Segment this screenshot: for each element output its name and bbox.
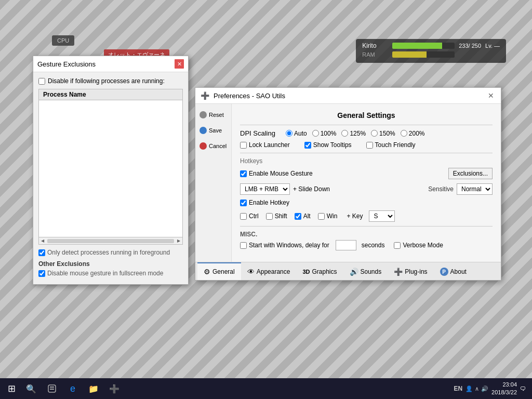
exclusions-button[interactable]: Exclusions...	[448, 168, 493, 179]
taskbar-lang: EN	[454, 385, 462, 392]
enable-hotkey-checkbox[interactable]	[240, 200, 247, 206]
prefs-cancel-button[interactable]: Cancel	[197, 139, 229, 153]
taskbar-extra-icon[interactable]: ➕	[105, 379, 124, 398]
svg-rect-1	[50, 387, 54, 388]
taskbar-ie-icon[interactable]: e	[63, 379, 82, 398]
prefs-body: Reset Save Cancel General Settings DPI S…	[195, 104, 501, 262]
general-tab-label: General	[212, 268, 235, 275]
reset-icon	[200, 111, 207, 118]
foreground-label[interactable]: Only detect processes running in foregro…	[38, 249, 183, 256]
dpi-200-option[interactable]: 200%	[401, 130, 425, 137]
shift-option[interactable]: Shift	[266, 212, 287, 220]
dpi-auto-radio[interactable]	[286, 130, 292, 137]
desktop: Kirito 233/ 250 Lv. — RAM CPU オレット・エヴァーネ…	[0, 0, 532, 399]
tray-speaker-icon[interactable]: 🔊	[481, 385, 488, 392]
lmb-rmb-dropdown[interactable]: LMB + RMB	[240, 183, 290, 195]
dpi-100-radio[interactable]	[312, 130, 319, 137]
taskbar-cortana-icon[interactable]	[43, 379, 61, 398]
start-windows-option[interactable]: Start with Windows, delay for	[240, 242, 329, 249]
start-windows-checkbox[interactable]	[240, 242, 247, 249]
hud-hp-text: 233/ 250	[459, 43, 481, 49]
divider-3	[240, 226, 493, 227]
appearance-tab-icon: 👁	[247, 268, 255, 276]
taskbar-right: EN 👤 ∧ 🔊 23:04 2018/3/22 🗨	[454, 381, 530, 397]
prefs-tabs: ⚙ General 👁 Appearance 3D Graphics 🔊 Sou…	[195, 262, 501, 280]
dpi-100-option[interactable]: 100%	[312, 130, 337, 137]
graphics-tab-label: Graphics	[312, 268, 337, 275]
tab-appearance[interactable]: 👁 Appearance	[241, 262, 297, 280]
prefs-main: General Settings DPI Scaling Auto 100%	[232, 104, 501, 262]
verbose-mode-option[interactable]: Verbose Mode	[394, 242, 443, 249]
tab-general[interactable]: ⚙ General	[197, 262, 241, 280]
hud-ram-label: RAM	[362, 51, 388, 58]
lock-launcher-option[interactable]: Lock Launcher	[240, 141, 290, 149]
dpi-125-option[interactable]: 125%	[341, 130, 366, 137]
foreground-checkbox[interactable]	[38, 249, 45, 256]
divider-1	[240, 125, 493, 125]
prefs-close-button[interactable]: ✕	[486, 91, 496, 100]
fullscreen-checkbox[interactable]	[38, 270, 45, 277]
scroll-thumb-h[interactable]	[47, 239, 174, 243]
fullscreen-label[interactable]: Disable mouse gesture in fullscreen mode	[38, 270, 183, 277]
gesture-dialog-close-button[interactable]: ✕	[175, 59, 184, 69]
taskbar-search-icon[interactable]: 🔍	[22, 379, 41, 398]
tab-graphics[interactable]: 3D Graphics	[296, 263, 343, 280]
taskbar-clock: 23:04 2018/3/22	[491, 381, 517, 397]
dpi-200-radio[interactable]	[401, 130, 407, 137]
about-tab-icon: P	[440, 268, 448, 276]
key-dropdown[interactable]: S A B	[369, 210, 395, 222]
alt-option[interactable]: Alt	[295, 212, 311, 220]
alt-checkbox[interactable]	[295, 213, 301, 220]
shift-checkbox[interactable]	[266, 213, 273, 220]
tray-chevron-icon[interactable]: ∧	[475, 385, 479, 392]
prefs-section-title: General Settings	[240, 111, 493, 119]
touch-friendly-checkbox[interactable]	[366, 142, 373, 149]
show-tooltips-checkbox[interactable]	[304, 142, 311, 149]
taskbar-tray: 👤 ∧ 🔊	[466, 385, 488, 392]
ctrl-checkbox[interactable]	[240, 213, 247, 220]
process-scrollbar-horizontal[interactable]: ◀ ▶	[39, 237, 182, 244]
gesture-dialog-title: Gesture Exclusions	[37, 60, 96, 68]
about-tab-label: About	[450, 268, 467, 275]
sounds-tab-label: Sounds	[361, 268, 382, 275]
win-checkbox[interactable]	[318, 213, 325, 220]
dpi-auto-option[interactable]: Auto	[286, 130, 307, 137]
dpi-150-option[interactable]: 150%	[371, 130, 395, 137]
tray-person-icon: 👤	[466, 385, 473, 392]
sensitive-dropdown[interactable]: Normal Low High	[457, 183, 493, 195]
hud-level: Lv. —	[485, 43, 500, 49]
notification-icon[interactable]: 🗨	[520, 385, 526, 392]
dpi-125-radio[interactable]	[341, 130, 348, 137]
misc-heading: MISC.	[240, 231, 493, 238]
lock-launcher-checkbox[interactable]	[240, 142, 247, 149]
prefs-reset-button[interactable]: Reset	[197, 108, 229, 122]
touch-friendly-option[interactable]: Touch Friendly	[366, 141, 416, 149]
sounds-tab-icon: 🔊	[350, 268, 358, 276]
general-tab-icon: ⚙	[204, 268, 210, 276]
delay-input[interactable]: 0	[336, 240, 356, 250]
scroll-right-arrow[interactable]: ▶	[175, 237, 182, 245]
tab-plugins[interactable]: ➕ Plug-ins	[388, 262, 433, 280]
start-button[interactable]: ⊞	[2, 379, 21, 398]
dpi-150-radio[interactable]	[371, 130, 378, 137]
dpi-scaling-row: DPI Scaling Auto 100% 125%	[240, 129, 493, 137]
disable-processes-checkbox[interactable]	[38, 78, 45, 85]
enable-gesture-option[interactable]: Enable Mouse Gesture	[240, 170, 313, 177]
prefs-save-button[interactable]: Save	[197, 124, 229, 137]
enable-hotkey-option[interactable]: Enable Hotkey	[240, 199, 289, 206]
disable-processes-label[interactable]: Disable if following processes are runni…	[38, 77, 183, 85]
tab-sounds[interactable]: 🔊 Sounds	[343, 262, 388, 280]
process-list-header: Process Name	[39, 89, 182, 100]
enable-gesture-checkbox[interactable]	[240, 170, 247, 177]
show-tooltips-option[interactable]: Show Tooltips	[304, 141, 352, 149]
scroll-left-arrow[interactable]: ◀	[39, 237, 46, 245]
tab-about[interactable]: P About	[434, 262, 473, 280]
gesture-dialog-body: Disable if following processes are runni…	[33, 72, 188, 284]
win-option[interactable]: Win	[318, 212, 338, 220]
sao-hud: Kirito 233/ 250 Lv. — RAM	[356, 39, 506, 63]
sensitive-label: Sensitive	[428, 185, 454, 193]
ctrl-option[interactable]: Ctrl	[240, 212, 259, 220]
process-list-content[interactable]	[39, 100, 182, 243]
taskbar-folder-icon[interactable]: 📁	[84, 379, 103, 398]
verbose-checkbox[interactable]	[394, 242, 401, 249]
